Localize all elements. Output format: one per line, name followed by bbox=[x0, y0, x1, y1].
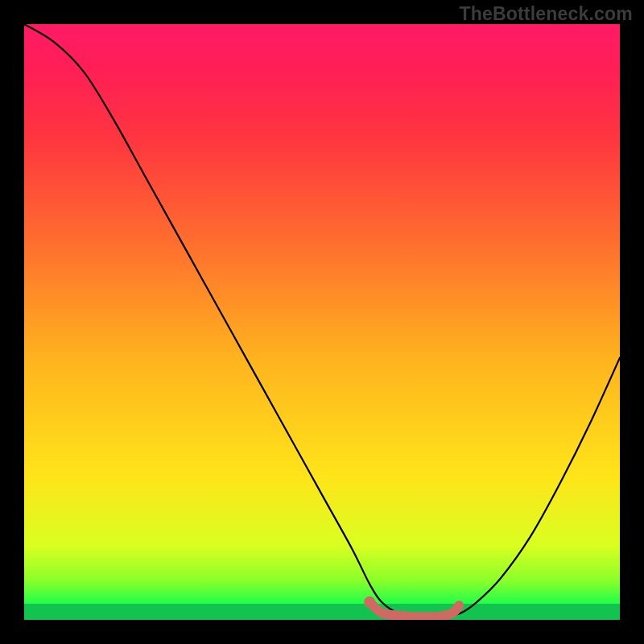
watermark-text: TheBottleneck.com bbox=[459, 3, 633, 25]
plot-area bbox=[24, 24, 620, 620]
bottleneck-curve bbox=[24, 24, 620, 617]
marker-start-dot bbox=[364, 597, 375, 608]
chart-frame: TheBottleneck.com bbox=[0, 0, 644, 644]
curve-layer bbox=[24, 24, 620, 620]
